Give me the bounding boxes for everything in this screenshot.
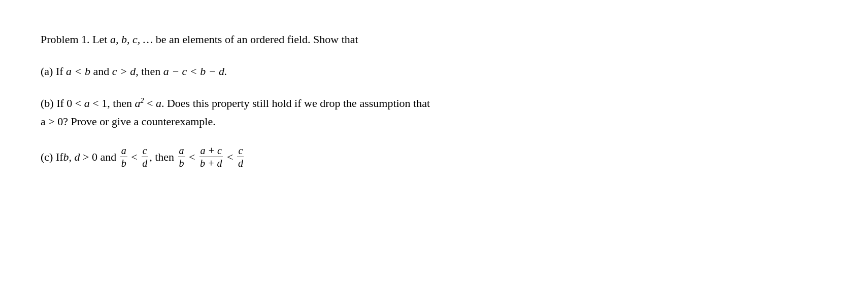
part-c-frac3: a b bbox=[178, 144, 185, 169]
part-b-var: a bbox=[84, 97, 90, 109]
part-a-label: (a) bbox=[41, 65, 53, 78]
part-c-frac4: a + c b + d bbox=[199, 144, 223, 169]
part-c-frac1-num: a bbox=[120, 144, 127, 157]
part-c-frac3-den: b bbox=[178, 157, 185, 169]
part-a-cond1: a < b bbox=[66, 65, 90, 78]
part-c-lt1: < bbox=[128, 148, 140, 166]
problem-vars: a, b, c, … bbox=[110, 33, 153, 46]
part-c-frac1: a b bbox=[120, 144, 127, 169]
part-c-frac2-num: c bbox=[142, 144, 148, 157]
problem-rest-text: be an elements of an ordered field. Show… bbox=[153, 33, 358, 46]
part-c-label: (c) bbox=[41, 148, 53, 166]
problem-header: Problem 1. Let a, b, c, … be an elements… bbox=[41, 30, 430, 48]
part-b-text1: If 0 < bbox=[56, 97, 84, 109]
part-b-var2: a bbox=[135, 97, 141, 109]
part-c-frac5-den: d bbox=[237, 157, 244, 169]
part-c-lt2: < bbox=[186, 148, 198, 166]
part-c-frac3-num: a bbox=[178, 144, 185, 157]
part-b-var3: a bbox=[156, 97, 161, 109]
part-c-then: then bbox=[155, 148, 174, 166]
part-c-frac5: c d bbox=[237, 144, 244, 169]
page-content: Problem 1. Let a, b, c, … be an elements… bbox=[0, 0, 471, 190]
part-c-frac1-den: b bbox=[120, 157, 127, 169]
part-c-frac2-den: d bbox=[141, 157, 148, 169]
part-c-text2: > 0 and bbox=[80, 148, 119, 166]
part-c-comma: , bbox=[149, 148, 152, 166]
part-a-then: , then bbox=[136, 65, 163, 78]
part-a-cond3: c > d bbox=[112, 65, 136, 78]
part-c-frac2: c d bbox=[141, 144, 148, 169]
part-c: (c) If b, d > 0 and a b < c d , then a b… bbox=[41, 144, 430, 169]
problem-intro-text: Problem 1. Let bbox=[41, 33, 110, 46]
part-b-text2: < 1, then bbox=[90, 97, 135, 109]
part-c-var1: b, d bbox=[63, 148, 80, 166]
part-b-label: (b) bbox=[41, 97, 54, 109]
part-b-text3: < bbox=[144, 97, 156, 109]
part-b: (b) If 0 < a < 1, then a2 < a. Does this… bbox=[41, 94, 430, 130]
part-c-text1: If bbox=[56, 148, 63, 166]
part-a-and: and bbox=[90, 65, 112, 78]
part-a-if: If bbox=[56, 65, 66, 78]
part-b-exp: 2 bbox=[141, 97, 144, 104]
part-a-conclusion: a − c < b − d. bbox=[163, 65, 227, 78]
part-c-lt3: < bbox=[224, 148, 236, 166]
part-a: (a) If a < b and c > d, then a − c < b −… bbox=[41, 62, 430, 80]
part-b-line2: a > 0? Prove or give a counterexample. bbox=[41, 115, 216, 128]
part-c-frac4-num: a + c bbox=[199, 144, 223, 157]
part-c-frac4-den: b + d bbox=[199, 157, 223, 169]
part-c-frac5-num: c bbox=[237, 144, 244, 157]
part-b-text4: . Does this property still hold if we dr… bbox=[161, 97, 430, 109]
